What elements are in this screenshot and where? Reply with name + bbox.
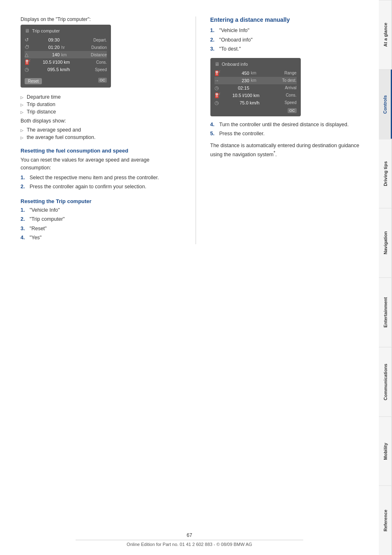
bullet-distance: ▷ Trip distance: [21, 109, 177, 115]
arrival-value: 02:15: [223, 86, 249, 90]
cons-value: 10.5 l/100 km: [33, 60, 70, 65]
section2-step-2: 2. "Trip computer": [21, 216, 177, 223]
section2-step-1: 1. "Vehicle Info": [21, 207, 177, 214]
right-step-2: 2. "Onboard info": [210, 37, 367, 44]
bullet-duration: ▷ Trip duration: [21, 102, 177, 107]
trip-row-cons: ⛽ 10.5 l/100 km Cons.: [25, 58, 107, 66]
distance-icon: △: [25, 52, 33, 58]
arrival-icon: ◷: [214, 85, 223, 91]
todest-icon: →: [214, 78, 223, 83]
right-heading: Entering a distance manually: [210, 16, 367, 23]
speed-value: 095.5 km/h: [33, 67, 70, 72]
closing-text: The distance is automatically entered du…: [210, 142, 367, 159]
onboard-row-cons: ⛽ 10.5 l/100 km Cons.: [214, 92, 297, 99]
sidebar: At a glance Controls Driving tips Naviga…: [379, 0, 392, 555]
todest-label: To dest.: [263, 78, 297, 83]
trip-computer-screen: 🖥 Trip computer ↺ 09:30 Depart. ⏱ 01:20: [21, 25, 111, 88]
duration-value: 01:20: [33, 45, 60, 50]
range-icon: ⛽: [214, 70, 223, 76]
right-step-4: 4. Turn the controller until the desired…: [210, 121, 367, 129]
obc-indicator: OC: [98, 78, 107, 83]
cons-icon: ⛽: [25, 59, 33, 65]
todest-value: 230: [223, 78, 249, 83]
both-bullet-fuel: ▷ the average fuel consumption.: [21, 134, 177, 140]
onboard-row-arrival: ◷ 02:15 Arrival: [214, 84, 297, 92]
column-divider: [196, 16, 196, 244]
bullet-departure: ▷ Departure time: [21, 94, 177, 100]
both-bullets: ▷ The average speed and ▷ the average fu…: [21, 127, 177, 140]
section1-step-1: 1. Select the respective menu item and p…: [21, 174, 177, 182]
trip-row-distance: △ 140 km Distance: [25, 51, 107, 58]
onboard-screen-title: Onboard info: [222, 62, 248, 67]
footer: 67 Online Edition for Part no. 01 41 2 6…: [0, 532, 379, 547]
range-unit: km: [251, 71, 263, 75]
depart-icon: ↺: [25, 37, 33, 43]
section1-heading: Resetting the fuel consumption and speed: [21, 148, 177, 154]
distance-unit: km: [61, 53, 74, 57]
section2-step-3: 3. "Reset": [21, 225, 177, 233]
bullet-arrow-2: ▷: [21, 103, 23, 107]
right-step-5: 5. Press the controller.: [210, 130, 367, 138]
footer-divider: [76, 540, 303, 540]
trip-row-depart: ↺ 09:30 Depart.: [25, 36, 107, 44]
bullet-arrow-3: ▷: [21, 110, 23, 114]
duration-label: Duration: [74, 45, 107, 50]
ocons-icon: ⛽: [214, 92, 223, 98]
ospeed-icon: ◷: [214, 100, 223, 106]
section1-body: You can reset the values for average spe…: [21, 156, 177, 172]
trip-icon: 🖥: [25, 28, 30, 34]
ocons-value: 10.5 l/100 km: [223, 93, 260, 98]
sidebar-tab-mobility[interactable]: Mobility: [379, 416, 392, 486]
speed-icon: ◷: [25, 67, 33, 72]
section1-step-2: 2. Press the controller again to confirm…: [21, 183, 177, 191]
sidebar-tab-controls[interactable]: Controls: [379, 69, 392, 139]
right-step-3: 3. "To dest.": [210, 46, 367, 53]
todest-unit: km: [251, 78, 263, 83]
sidebar-tab-entertainment[interactable]: Entertainment: [379, 278, 392, 347]
range-label: Range: [263, 71, 297, 75]
right-steps-top: 1. "Vehicle Info" 2. "Onboard info" 3. "…: [210, 27, 367, 53]
arrival-label: Arrival: [263, 86, 297, 90]
distance-label: Distance: [74, 53, 107, 57]
sidebar-tab-at-a-glance[interactable]: At a glance: [379, 0, 392, 69]
duration-icon: ⏱: [25, 44, 33, 50]
onboard-row-range: ⛽ 450 km Range: [214, 69, 297, 77]
onboard-title-icon: 🖥: [214, 61, 219, 67]
onboard-row-todest: → 230 km To dest.: [214, 77, 297, 84]
trip-row-speed: ◷ 095.5 km/h Speed: [25, 66, 107, 73]
speed-label: Speed: [70, 67, 107, 72]
onboard-obc-indicator: OC: [288, 108, 297, 113]
both-displays-label: Both displays show:: [21, 118, 177, 124]
page-number: 67: [0, 532, 379, 538]
onboard-screen: 🖥 Onboard info ⛽ 450 km Range → 230 k: [210, 58, 301, 116]
cons-label: Cons.: [70, 60, 107, 65]
section1-steps: 1. Select the respective menu item and p…: [21, 174, 177, 191]
depart-label: Depart.: [74, 38, 107, 42]
bullet-arrow-1: ▷: [21, 95, 23, 99]
ospeed-value: 75.0 km/h: [223, 100, 260, 105]
sidebar-tab-driving-tips[interactable]: Driving tips: [379, 139, 392, 208]
sidebar-tab-navigation[interactable]: Navigation: [379, 208, 392, 278]
duration-unit: hr: [61, 45, 74, 50]
distance-value: 140: [33, 52, 60, 57]
copyright-text: Online Edition for Part no. 01 41 2 602 …: [0, 542, 379, 547]
trip-computer-label: Displays on the "Trip computer":: [21, 16, 177, 22]
depart-value: 09:30: [33, 37, 60, 42]
right-steps-bottom: 4. Turn the controller until the desired…: [210, 121, 367, 138]
bullet-arrow-5: ▷: [21, 136, 23, 140]
right-step-1: 1. "Vehicle Info": [210, 27, 367, 35]
sidebar-tab-reference[interactable]: Reference: [379, 486, 392, 555]
bullet-arrow-4: ▷: [21, 128, 23, 132]
trip-row-duration: ⏱ 01:20 hr Duration: [25, 44, 107, 51]
sidebar-tab-communications[interactable]: Communications: [379, 347, 392, 416]
ocons-label: Cons.: [260, 93, 297, 97]
reset-button[interactable]: Reset: [25, 78, 42, 84]
range-value: 450: [223, 71, 249, 76]
onboard-row-speed: ◷ 75.0 km/h Speed: [214, 99, 297, 106]
section2-heading: Resetting the Trip computer: [21, 198, 177, 204]
screen-title: Trip computer: [32, 28, 60, 33]
section2-step-4: 4. "Yes": [21, 234, 177, 242]
both-bullet-speed: ▷ The average speed and: [21, 127, 177, 133]
section2-steps: 1. "Vehicle Info" 2. "Trip computer" 3. …: [21, 207, 177, 242]
ospeed-label: Speed: [260, 100, 297, 105]
